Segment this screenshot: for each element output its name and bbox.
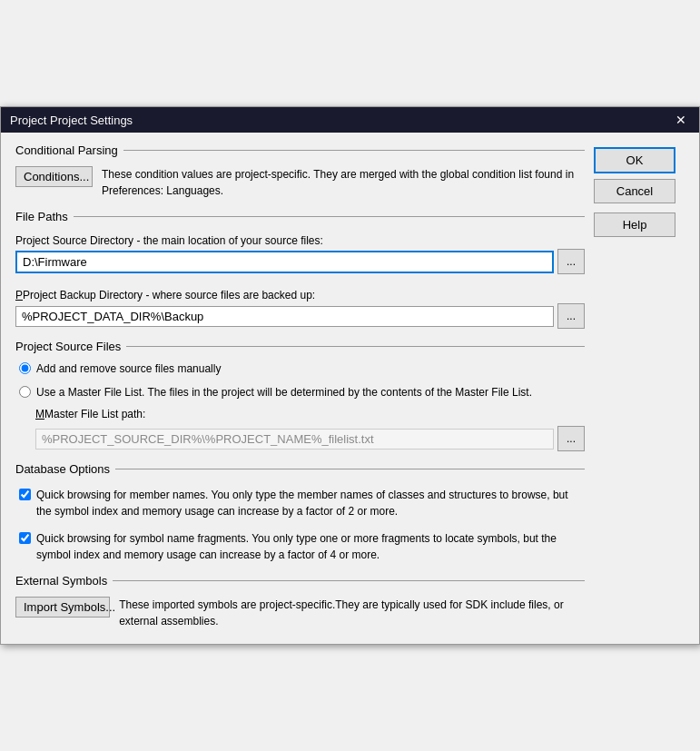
radio-manual-label: Add and remove source files manually: [36, 361, 221, 377]
dialog-title: Project Project Settings: [10, 114, 133, 127]
source-dir-row: ...: [15, 249, 585, 274]
external-symbols-header: External Symbols: [15, 574, 585, 588]
database-options-header: Database Options: [15, 462, 585, 476]
external-symbols-line: [113, 580, 585, 581]
project-source-files-title: Project Source Files: [15, 340, 121, 353]
checkbox-symbol-fragments[interactable]: [19, 532, 31, 544]
master-file-list-input[interactable]: [35, 429, 554, 450]
master-file-list-label: MMaster File List path:: [35, 408, 585, 420]
conditions-button[interactable]: Conditions...: [15, 166, 93, 187]
ok-button[interactable]: OK: [594, 147, 675, 173]
backup-dir-label: PProject Backup Directory - where source…: [15, 289, 585, 301]
source-dir-input[interactable]: [15, 251, 554, 273]
project-source-files-section: Project Source Files Add and remove sour…: [15, 340, 585, 451]
conditional-parsing-header: Conditional Parsing: [15, 143, 585, 157]
database-options-section: Database Options Quick browsing for memb…: [15, 462, 585, 563]
database-options-title: Database Options: [15, 462, 110, 476]
radio-manual-row: Add and remove source files manually: [19, 361, 585, 377]
project-source-files-line: [126, 346, 585, 347]
checkbox1-row: Quick browsing for member names. You onl…: [19, 487, 585, 519]
help-button[interactable]: Help: [594, 212, 675, 237]
master-file-indent: MMaster File List path: ...: [35, 408, 585, 451]
source-dir-group: Project Source Directory - the main loca…: [15, 234, 585, 274]
cancel-button[interactable]: Cancel: [594, 179, 675, 203]
right-panel: OK Cancel Help: [594, 143, 685, 629]
external-symbols-title: External Symbols: [15, 574, 107, 588]
external-symbols-desc: These imported symbols are project-speci…: [119, 597, 585, 629]
dialog: Project Project Settings ✕ Conditional P…: [0, 106, 700, 645]
title-bar: Project Project Settings ✕: [1, 107, 699, 133]
checkbox-symbol-fragments-label: Quick browsing for symbol name fragments…: [36, 530, 585, 563]
dialog-body: Conditional Parsing Conditions... These …: [1, 133, 699, 644]
import-symbols-button[interactable]: Import Symbols...: [15, 597, 110, 618]
backup-dir-group: PProject Backup Directory - where source…: [15, 289, 585, 329]
database-options-line: [115, 469, 585, 469]
main-layout: Conditional Parsing Conditions... These …: [15, 143, 685, 629]
checkbox2-row: Quick browsing for symbol name fragments…: [19, 530, 585, 563]
file-paths-section: File Paths Project Source Directory - th…: [15, 210, 585, 329]
external-symbols-row: Import Symbols... These imported symbols…: [15, 597, 585, 629]
external-symbols-section: External Symbols Import Symbols... These…: [15, 574, 585, 629]
conditional-parsing-section: Conditional Parsing Conditions... These …: [15, 143, 585, 199]
conditional-parsing-desc: These condition values are project-speci…: [102, 166, 585, 199]
master-file-list-browse-button[interactable]: ...: [557, 426, 585, 451]
backup-dir-browse-button[interactable]: ...: [557, 303, 585, 329]
file-paths-line: [74, 216, 585, 217]
file-paths-title: File Paths: [15, 210, 68, 223]
source-dir-label: Project Source Directory - the main loca…: [15, 234, 585, 247]
conditional-parsing-title: Conditional Parsing: [15, 143, 118, 157]
file-paths-header: File Paths: [15, 210, 585, 223]
master-file-list-row: ...: [35, 426, 585, 451]
backup-dir-row: ...: [15, 303, 585, 329]
backup-dir-input[interactable]: [15, 306, 554, 327]
radio-master-row: Use a Master File List. The files in the…: [19, 384, 585, 400]
close-button[interactable]: ✕: [672, 113, 690, 127]
project-source-files-header: Project Source Files: [15, 340, 585, 353]
radio-master[interactable]: [19, 386, 31, 398]
checkbox-member-names-label: Quick browsing for member names. You onl…: [36, 487, 585, 519]
checkbox-member-names[interactable]: [19, 489, 31, 500]
radio-master-label: Use a Master File List. The files in the…: [36, 384, 532, 400]
source-dir-browse-button[interactable]: ...: [557, 249, 585, 274]
conditional-parsing-line: [123, 150, 585, 151]
radio-manual[interactable]: [19, 362, 31, 374]
left-panel: Conditional Parsing Conditions... These …: [15, 143, 585, 629]
conditional-parsing-row: Conditions... These condition values are…: [15, 166, 585, 199]
